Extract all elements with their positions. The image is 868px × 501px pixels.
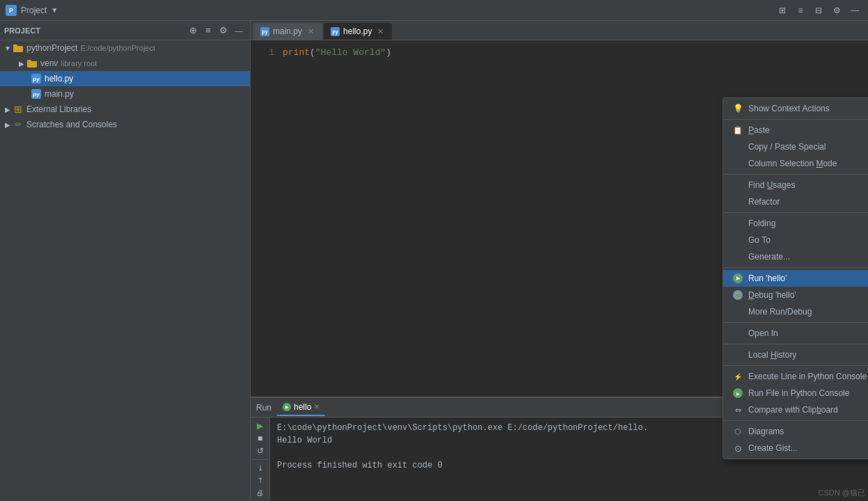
tab-main-py[interactable]: py main.py ✕ bbox=[253, 23, 322, 40]
menu-item-debug-hello[interactable]: 🐛 Debug 'hello' bbox=[723, 287, 868, 303]
menu-item-goto[interactable]: Go To ▶ bbox=[723, 232, 868, 248]
terminal-line-4: Process finished with exit code 0 bbox=[277, 459, 861, 472]
debug-hello-icon: 🐛 bbox=[732, 289, 744, 301]
menu-item-diagrams[interactable]: ⬡ Diagrams ▶ bbox=[723, 423, 868, 440]
tree-item-venv[interactable]: ▶ venv library root bbox=[0, 56, 250, 71]
bottom-tab-close[interactable]: ✕ bbox=[314, 403, 319, 411]
more-run-debug-icon bbox=[732, 305, 744, 318]
watermark: CSDN @猫已 bbox=[819, 488, 865, 498]
scratches-icon: ✏ bbox=[13, 119, 24, 130]
folder-icon-root bbox=[13, 42, 24, 54]
line-numbers: 1 bbox=[251, 40, 278, 66]
menu-item-column-selection[interactable]: Column Selection Mode Alt+Shift+Insert bbox=[723, 155, 868, 172]
line-number-1: 1 bbox=[269, 47, 274, 58]
tree-label-root: pythonProject bbox=[26, 43, 77, 53]
fold-button[interactable]: ⤒ bbox=[253, 475, 268, 486]
rerun-button[interactable]: ↺ bbox=[253, 445, 268, 456]
run-label: Run bbox=[256, 403, 271, 413]
tree-arrow-scratches: ▶ bbox=[3, 120, 13, 129]
find-usages-icon bbox=[732, 179, 744, 191]
debug-circle: 🐛 bbox=[733, 290, 743, 300]
run-again-button[interactable]: ▶ bbox=[253, 420, 268, 431]
scroll-end-button[interactable]: ⤓ bbox=[253, 462, 268, 473]
sidebar-action-close[interactable]: — bbox=[232, 24, 246, 38]
menu-label-refactor: Refactor bbox=[748, 197, 868, 207]
tree-arrow-venv: ▶ bbox=[17, 58, 26, 68]
menu-item-generate[interactable]: Generate... Alt+Insert bbox=[723, 248, 868, 265]
menu-item-copy-paste-special[interactable]: Copy / Paste Special ▶ bbox=[723, 138, 868, 155]
separator-5 bbox=[723, 322, 868, 323]
run-tab-icon: ▶ bbox=[283, 403, 291, 411]
menu-label-execute-line: Execute Line in Python Console bbox=[748, 372, 868, 381]
title-bar-actions: ⊞ ≡ ⊟ ⚙ — bbox=[775, 3, 862, 18]
menu-item-local-history[interactable]: Local History ▶ bbox=[723, 347, 868, 363]
menu-label-more-run-debug: More Run/Debug bbox=[748, 307, 868, 317]
sidebar-title: Project bbox=[4, 26, 40, 35]
paste-icon: 📋 bbox=[732, 124, 744, 136]
menu-item-context-actions[interactable]: 💡 Show Context Actions Alt+Enter bbox=[723, 100, 868, 117]
tree-item-root[interactable]: ▼ pythonProject E:/code/pythonProject bbox=[0, 40, 250, 56]
svg-rect-3 bbox=[27, 60, 31, 62]
run-toolbar: ▶ ■ ↺ ⤓ ⤒ 🖨 bbox=[251, 418, 270, 501]
diagrams-icon: ⬡ bbox=[732, 425, 744, 438]
menu-item-create-gist[interactable]: ⊙ Create Gist... bbox=[723, 440, 868, 456]
layout-icon[interactable]: ⊞ bbox=[775, 3, 790, 18]
tree-label-ext-libs: External Libraries bbox=[26, 104, 91, 114]
bottom-tab-hello[interactable]: ▶ hello ✕ bbox=[277, 399, 325, 416]
view-icon[interactable]: ≡ bbox=[793, 3, 808, 18]
sidebar-action-scope[interactable]: ⊕ bbox=[186, 24, 200, 38]
minimize-icon[interactable]: — bbox=[847, 3, 862, 18]
tree-venv-extra: library root bbox=[61, 59, 97, 67]
tree-label-scratches: Scratches and Consoles bbox=[26, 120, 117, 129]
menu-label-copy-paste: Copy / Paste Special bbox=[748, 142, 868, 152]
sidebar-action-collapse[interactable]: ≡ bbox=[201, 24, 215, 38]
title-bar: P Project ▼ ⊞ ≡ ⊟ ⚙ — bbox=[0, 0, 868, 21]
refactor-icon bbox=[732, 196, 744, 208]
run-green-circle bbox=[733, 273, 743, 283]
separator-1 bbox=[723, 119, 868, 120]
code-display[interactable]: print("Hello World") bbox=[283, 46, 868, 61]
project-dropdown[interactable]: ▼ bbox=[51, 6, 58, 14]
code-print-keyword: print bbox=[283, 47, 310, 58]
svg-rect-0 bbox=[13, 46, 23, 52]
menu-item-folding[interactable]: Folding ▶ bbox=[723, 215, 868, 232]
menu-item-more-run-debug[interactable]: More Run/Debug ▶ bbox=[723, 303, 868, 320]
run-hello-tab-circle: ▶ bbox=[283, 403, 291, 411]
menu-item-refactor[interactable]: Refactor ▶ bbox=[723, 193, 868, 210]
tree-arrow-root: ▼ bbox=[3, 43, 13, 53]
py-tab-icon-hello: py bbox=[331, 27, 340, 36]
menu-item-run-hello[interactable]: Run 'hello' Ctrl+Shift+F10 bbox=[723, 270, 868, 287]
main-area: Project ⊕ ≡ ⚙ — ▼ pythonProject E:/code/… bbox=[0, 21, 868, 501]
separator-2 bbox=[723, 174, 868, 175]
tab-hello-py[interactable]: py hello.py ✕ bbox=[324, 23, 392, 40]
menu-item-execute-line[interactable]: ⚡ Execute Line in Python Console Alt+Shi… bbox=[723, 368, 868, 385]
github-icon: ⊙ bbox=[732, 442, 744, 454]
run-hello-icon bbox=[732, 272, 744, 285]
print-button[interactable]: 🖨 bbox=[253, 487, 268, 498]
menu-label-context-actions: Show Context Actions bbox=[748, 104, 868, 113]
tree-item-hello-py[interactable]: py hello.py bbox=[0, 71, 250, 86]
menu-item-run-file-python[interactable]: ▶ Run File in Python Console bbox=[723, 385, 868, 401]
py-tab-icon-main: py bbox=[260, 27, 269, 36]
menu-item-find-usages[interactable]: Find Usages Alt+F7 bbox=[723, 177, 868, 193]
goto-icon bbox=[732, 234, 744, 246]
editor-area: py main.py ✕ py hello.py ✕ 1 print("Hell… bbox=[251, 21, 868, 501]
stop-button[interactable]: ■ bbox=[253, 433, 268, 444]
folding-icon bbox=[732, 217, 744, 230]
menu-item-compare-clipboard[interactable]: ⇔ Compare with Clipboard bbox=[723, 401, 868, 418]
tab-close-main[interactable]: ✕ bbox=[306, 26, 315, 36]
tab-close-hello[interactable]: ✕ bbox=[375, 26, 385, 36]
settings-icon[interactable]: ⚙ bbox=[829, 3, 844, 18]
tree-item-ext-libs[interactable]: ▶ ⊞ External Libraries bbox=[0, 102, 250, 117]
tree-item-main-py[interactable]: py main.py bbox=[0, 86, 250, 102]
menu-item-open-in[interactable]: Open In ▶ bbox=[723, 325, 868, 342]
tree-item-scratches[interactable]: ▶ ✏ Scratches and Consoles bbox=[0, 117, 250, 132]
menu-label-diagrams: Diagrams bbox=[748, 427, 868, 436]
tree-arrow-ext: ▶ bbox=[3, 104, 13, 114]
project-label: Project bbox=[21, 6, 47, 15]
sidebar-action-settings[interactable]: ⚙ bbox=[216, 24, 230, 38]
tree-path-root: E:/code/pythonProject bbox=[80, 44, 155, 52]
menu-item-paste[interactable]: 📋 Paste Ctrl+V bbox=[723, 122, 868, 138]
code-string: "Hello World" bbox=[315, 47, 386, 58]
split-icon[interactable]: ⊟ bbox=[811, 3, 826, 18]
